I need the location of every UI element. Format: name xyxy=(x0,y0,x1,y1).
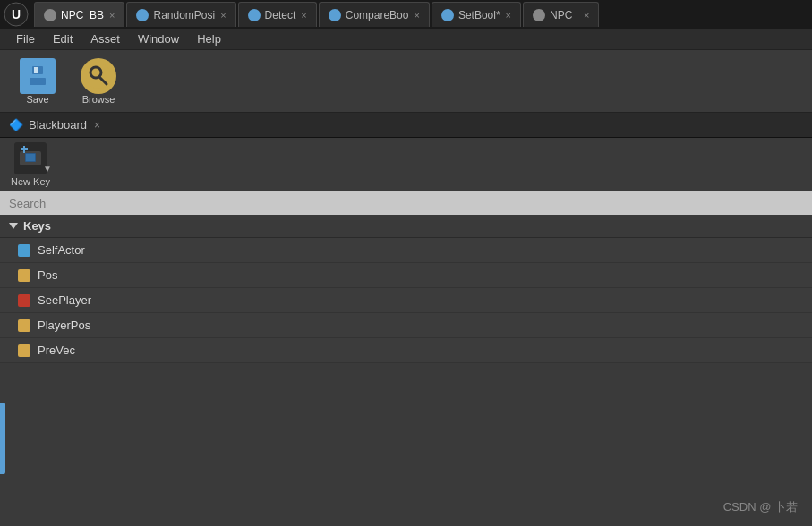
tab-close-compareboo[interactable]: × xyxy=(414,10,419,21)
svg-rect-4 xyxy=(34,67,38,73)
svg-text:U: U xyxy=(12,7,21,21)
title-bar: U NPC_BB × RandomPosi × Detect × Compare… xyxy=(0,0,812,29)
watermark: CSDN @ 卜若 xyxy=(723,499,798,515)
watermark-text: CSDN @ 卜若 xyxy=(723,500,798,513)
tab-setbool[interactable]: SetBool* × xyxy=(432,2,521,27)
tab-label-npc: NPC_ xyxy=(550,9,578,21)
tab-icon-randomposi xyxy=(136,9,149,21)
key-color-selfactor xyxy=(18,244,30,257)
key-item-pos[interactable]: Pos xyxy=(0,263,812,288)
key-item-playerpos[interactable]: PlayerPos xyxy=(0,313,812,338)
toolbar: Save Browse xyxy=(0,50,812,113)
svg-rect-11 xyxy=(26,154,35,161)
key-color-prevec xyxy=(18,344,30,357)
tab-close-setbool[interactable]: × xyxy=(506,10,511,21)
tab-compareboo[interactable]: CompareBoo × xyxy=(319,2,430,27)
key-item-prevec[interactable]: PreVec xyxy=(0,338,812,363)
search-bar xyxy=(0,191,812,215)
save-label: Save xyxy=(26,94,48,105)
panel-header: 🔷 Blackboard × xyxy=(0,113,812,138)
tab-randomposi[interactable]: RandomPosi × xyxy=(126,2,235,27)
key-item-seeplayer[interactable]: SeePlayer xyxy=(0,288,812,313)
new-key-label: New Key xyxy=(11,176,50,187)
tab-icon-npc-bb xyxy=(44,9,56,21)
svg-rect-5 xyxy=(30,78,46,85)
new-key-icon: ▼ xyxy=(14,142,47,174)
tab-label-npc-bb: NPC_BB xyxy=(61,9,104,21)
tab-close-randomposi[interactable]: × xyxy=(220,10,226,21)
tab-icon-npc xyxy=(533,9,545,21)
new-key-button[interactable]: ▼ New Key xyxy=(11,142,50,187)
key-color-pos xyxy=(18,269,30,282)
ue-logo-icon: U xyxy=(4,2,29,27)
tab-label-detect: Detect xyxy=(265,9,296,21)
tab-icon-detect xyxy=(248,9,261,21)
save-button[interactable]: Save xyxy=(11,58,64,105)
tab-close-detect[interactable]: × xyxy=(301,10,306,21)
keys-collapse-icon[interactable] xyxy=(9,223,18,229)
menu-asset[interactable]: Asset xyxy=(81,29,129,50)
key-color-seeplayer xyxy=(18,294,30,307)
panel-close-button[interactable]: × xyxy=(94,119,100,132)
key-item-selfactor[interactable]: SelfActor xyxy=(0,238,812,263)
tab-label-setbool: SetBool* xyxy=(458,9,500,21)
tab-close-npc-bb[interactable]: × xyxy=(109,10,115,21)
panel-icon: 🔷 xyxy=(9,118,23,132)
keys-header: Keys xyxy=(0,215,812,238)
search-input[interactable] xyxy=(9,197,803,210)
browse-icon xyxy=(81,58,116,94)
tab-label-randomposi: RandomPosi xyxy=(153,9,215,21)
menu-edit[interactable]: Edit xyxy=(44,29,81,50)
tab-label-compareboo: CompareBoo xyxy=(346,9,409,21)
key-name-pos: Pos xyxy=(38,268,57,282)
key-name-selfactor: SelfActor xyxy=(38,243,85,257)
key-color-playerpos xyxy=(18,319,30,332)
menu-window[interactable]: Window xyxy=(129,29,188,50)
panel-title: Blackboard xyxy=(29,118,87,132)
tab-npc[interactable]: NPC_ × xyxy=(523,2,599,27)
keys-section-label: Keys xyxy=(23,219,51,233)
save-icon xyxy=(20,58,56,94)
svg-rect-13 xyxy=(23,146,25,153)
tab-close-npc[interactable]: × xyxy=(584,10,589,21)
tab-npc-bb[interactable]: NPC_BB × xyxy=(34,2,124,27)
new-key-dropdown-icon: ▼ xyxy=(43,164,54,174)
browse-label: Browse xyxy=(82,94,115,105)
browse-button[interactable]: Browse xyxy=(72,58,125,105)
tab-icon-compareboo xyxy=(329,9,341,21)
menu-help[interactable]: Help xyxy=(188,29,230,50)
tab-icon-setbool xyxy=(441,9,454,21)
key-name-seeplayer: SeePlayer xyxy=(38,293,91,307)
keys-list: SelfActor Pos SeePlayer PlayerPos PreVec xyxy=(0,238,812,363)
menu-bar: File Edit Asset Window Help xyxy=(0,29,812,50)
left-edge-indicator xyxy=(0,403,5,474)
tab-detect[interactable]: Detect × xyxy=(238,2,317,27)
menu-file[interactable]: File xyxy=(7,29,44,50)
key-name-playerpos: PlayerPos xyxy=(38,318,90,332)
key-name-prevec: PreVec xyxy=(38,344,75,357)
newkey-bar: ▼ New Key xyxy=(0,138,812,191)
